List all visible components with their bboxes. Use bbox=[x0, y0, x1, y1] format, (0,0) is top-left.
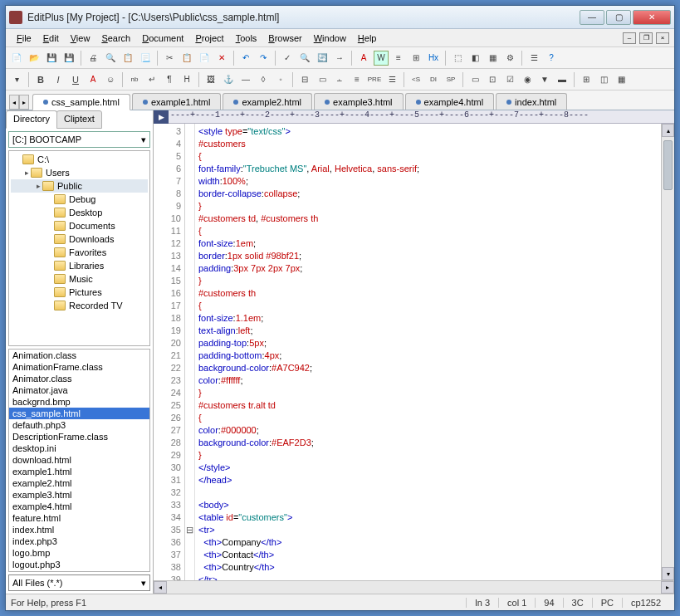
title-bar[interactable]: EditPlus [My Project] - [C:\Users\Public… bbox=[6, 6, 674, 29]
file-item[interactable]: example1.html bbox=[9, 466, 149, 477]
menu-search[interactable]: Search bbox=[95, 32, 136, 45]
menu-view[interactable]: View bbox=[65, 32, 96, 45]
menu-document[interactable]: Document bbox=[136, 32, 189, 45]
print-icon[interactable]: 🖨 bbox=[86, 51, 100, 66]
tree-node[interactable]: Desktop bbox=[11, 206, 148, 219]
copy-icon[interactable]: 📋 bbox=[179, 51, 194, 66]
break-icon[interactable]: ↵ bbox=[144, 72, 159, 87]
pre-icon[interactable]: PRE bbox=[367, 72, 382, 87]
file-item[interactable]: DescriptionFrame.class bbox=[9, 431, 149, 442]
italic-icon[interactable]: I bbox=[51, 72, 66, 87]
radio-icon[interactable]: ◉ bbox=[520, 72, 535, 87]
tree-node[interactable]: Favorites bbox=[11, 246, 148, 259]
goto-icon[interactable]: → bbox=[332, 51, 347, 66]
tab-scroll-left-icon[interactable]: ◂ bbox=[9, 95, 19, 110]
sidebar-tab-cliptext[interactable]: Cliptext bbox=[56, 110, 102, 129]
drive-selector[interactable]: [C:] BOOTCAMP ▾ bbox=[8, 131, 150, 148]
print-preview-icon[interactable]: 🔍 bbox=[103, 51, 118, 66]
cut-icon[interactable]: ✂ bbox=[162, 51, 177, 66]
undo-icon[interactable]: ↶ bbox=[238, 51, 253, 66]
delete-icon[interactable]: ✕ bbox=[214, 51, 229, 66]
tree-node[interactable]: Libraries bbox=[11, 259, 148, 272]
file-item[interactable]: Animation.class bbox=[9, 350, 149, 361]
maximize-button[interactable]: ▢ bbox=[606, 10, 631, 25]
wordwrap-icon[interactable]: W bbox=[374, 51, 389, 66]
heading-icon[interactable]: H bbox=[179, 72, 194, 87]
anchor-icon[interactable]: ⚓ bbox=[221, 72, 236, 87]
span-icon[interactable]: SP bbox=[443, 72, 458, 87]
save-icon[interactable]: 💾 bbox=[44, 51, 59, 66]
save-all-icon[interactable]: 💾 bbox=[61, 51, 76, 66]
align-icon[interactable]: ≡ bbox=[350, 72, 364, 87]
tab-scroll-right-icon[interactable]: ▸ bbox=[19, 95, 29, 110]
tree-twisty-icon[interactable]: ▸ bbox=[34, 182, 42, 190]
help-icon[interactable]: ? bbox=[544, 51, 559, 66]
tab-example3-html[interactable]: example3.html bbox=[314, 93, 404, 110]
comment-icon[interactable]: ◊ bbox=[256, 72, 271, 87]
horizontal-scrollbar[interactable]: ◂ ▸ bbox=[154, 580, 674, 594]
menu-edit[interactable]: Edit bbox=[37, 32, 65, 45]
menu-help[interactable]: Help bbox=[352, 32, 383, 45]
window-icon[interactable]: ▦ bbox=[485, 51, 500, 66]
file-item[interactable]: desktop.ini bbox=[9, 442, 149, 454]
sidebar-tab-directory[interactable]: Directory bbox=[6, 110, 57, 129]
new-file-icon[interactable]: 📄 bbox=[9, 51, 24, 66]
list-icon[interactable]: ☰ bbox=[384, 72, 399, 87]
file-list[interactable]: Animation.classAnimationFrame.classAnima… bbox=[8, 349, 150, 572]
scroll-down-icon[interactable]: ▾ bbox=[662, 567, 674, 580]
find-icon[interactable]: 🔍 bbox=[297, 51, 312, 66]
directory-tree[interactable]: C:\▸Users▸PublicDebugDesktopDocumentsDow… bbox=[8, 150, 150, 346]
tree-twisty-icon[interactable]: ▸ bbox=[22, 169, 31, 177]
menu-project[interactable]: Project bbox=[189, 32, 229, 45]
file-item[interactable]: index.php3 bbox=[9, 535, 149, 547]
tree-node[interactable]: Recorded TV bbox=[11, 299, 148, 312]
settings-icon[interactable]: ☰ bbox=[526, 51, 541, 66]
linenumber-icon[interactable]: ≡ bbox=[391, 51, 406, 66]
file-item[interactable]: logout.php3 bbox=[9, 559, 149, 570]
file-item[interactable]: example3.html bbox=[9, 489, 149, 501]
scroll-right-icon[interactable]: ▸ bbox=[661, 581, 674, 594]
script-icon[interactable]: <S bbox=[408, 72, 423, 87]
file-item[interactable]: Animator.class bbox=[9, 373, 149, 384]
hr-icon[interactable]: — bbox=[238, 72, 253, 87]
file-item[interactable]: Animator.java bbox=[9, 384, 149, 396]
para-icon[interactable]: ¶ bbox=[162, 72, 177, 87]
image-icon[interactable]: 🖼 bbox=[203, 72, 218, 87]
replace-icon[interactable]: 🔄 bbox=[315, 51, 330, 66]
file-item[interactable]: AnimationFrame.class bbox=[9, 361, 149, 373]
frame-icon[interactable]: ▦ bbox=[614, 72, 629, 87]
tree-node[interactable]: Debug bbox=[11, 193, 148, 206]
file-item[interactable]: defauth.php3 bbox=[9, 419, 149, 431]
tree-node[interactable]: Pictures bbox=[11, 286, 148, 299]
select-icon[interactable]: ▼ bbox=[537, 72, 552, 87]
font-format-icon[interactable]: A bbox=[86, 72, 100, 87]
file-item[interactable]: example4.html bbox=[9, 501, 149, 512]
block-icon[interactable]: ▭ bbox=[315, 72, 330, 87]
tab-css_sample-html[interactable]: css_sample.html bbox=[32, 94, 130, 110]
char-icon[interactable]: ◦ bbox=[273, 72, 288, 87]
underline-icon[interactable]: U bbox=[68, 72, 83, 87]
menu-tools[interactable]: Tools bbox=[230, 32, 263, 45]
dropdown-icon[interactable]: ▾ bbox=[9, 72, 24, 87]
toggle-icon[interactable]: ◧ bbox=[467, 51, 482, 66]
file-filter[interactable]: All Files (*.*) ▾ bbox=[8, 574, 150, 591]
redo-icon[interactable]: ↷ bbox=[256, 51, 271, 66]
paste-icon[interactable]: 📄 bbox=[197, 51, 212, 66]
object-icon[interactable]: ◫ bbox=[596, 72, 611, 87]
file-item[interactable]: download.html bbox=[9, 454, 149, 466]
scroll-left-icon[interactable]: ◂ bbox=[154, 581, 167, 594]
menu-browser[interactable]: Browser bbox=[262, 32, 307, 45]
ruler-icon[interactable]: ⊞ bbox=[408, 51, 423, 66]
code-editor[interactable]: <style type="text/css">#customers{font-f… bbox=[195, 124, 661, 580]
tree-node[interactable]: C:\ bbox=[11, 153, 148, 166]
file-item[interactable]: css_sample.html bbox=[9, 408, 149, 419]
div-icon[interactable]: DI bbox=[426, 72, 441, 87]
file-item[interactable]: backgrnd.bmp bbox=[9, 396, 149, 408]
menu-file[interactable]: File bbox=[11, 32, 37, 45]
checkbox-icon[interactable]: ☑ bbox=[502, 72, 517, 87]
tab-example1-html[interactable]: example1.html bbox=[132, 93, 222, 110]
tree-node[interactable]: Music bbox=[11, 272, 148, 286]
nbsp-icon[interactable]: nb bbox=[127, 72, 142, 87]
spellcheck-icon[interactable]: ✓ bbox=[280, 51, 295, 66]
mdi-restore-button[interactable]: ❐ bbox=[639, 32, 653, 44]
